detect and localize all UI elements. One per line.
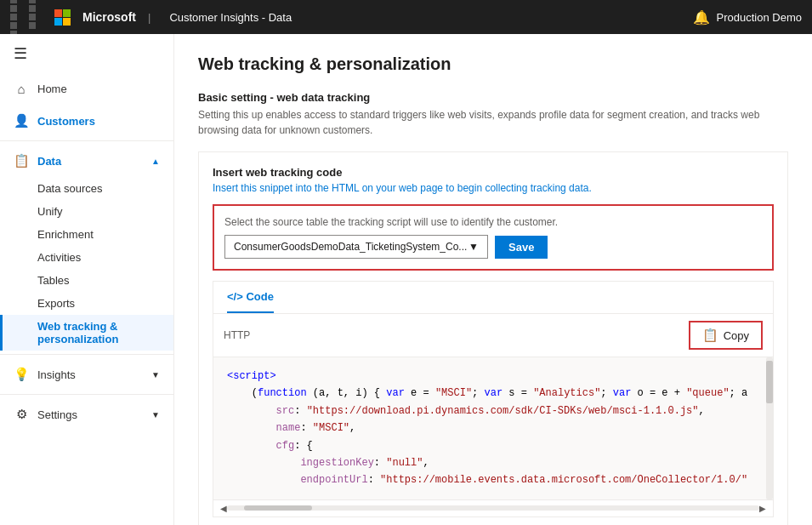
topbar-right: 🔔 Production Demo [693,9,802,26]
main-content: Web tracking & personalization Basic set… [174,34,812,525]
sidebar-insights-label: Insights [37,368,76,381]
sidebar-settings-label: Settings [37,408,77,421]
sidebar-item-data-sources[interactable]: Data sources [0,177,173,200]
sidebar-item-web-tracking[interactable]: Web tracking & personalization [0,315,173,351]
scroll-left-arrow-icon[interactable]: ◀ [220,504,227,513]
settings-icon: ⚙ [14,407,29,422]
sidebar-item-customers[interactable]: 👤 Customers [0,105,173,137]
code-line: name: "MSCI", [227,419,759,437]
http-label: HTTP [224,329,250,341]
save-button[interactable]: Save [495,236,548,259]
hamburger-button[interactable]: ☰ [0,34,173,73]
basic-section-desc: Setting this up enables access to standa… [198,107,788,138]
copy-label: Copy [724,329,749,342]
tracking-box-title: Insert web tracking code [213,166,774,179]
tracking-code-box: Insert web tracking code Insert this sni… [198,151,788,525]
code-body[interactable]: <script> (function (a, t, i) { var e = "… [213,357,773,499]
app-title: Customer Insights - Data [169,11,292,24]
code-line: (function (a, t, i) { var e = "MSCI"; va… [227,385,759,402]
sidebar-customers-label: Customers [37,115,95,128]
tab-code[interactable]: </> Code [227,282,274,313]
insights-icon: 💡 [14,367,29,382]
code-section: </> Code HTTP 📋 Copy <script> (function … [213,281,774,517]
sidebar-item-unify[interactable]: Unify [0,200,173,223]
code-line: cfg: { [227,437,759,454]
dropdown-chevron-icon: ▼ [468,241,479,253]
code-line: ingestionKey: "null", [227,454,759,471]
dropdown-value: ConsumerGoodsDemoData_TicketingSystem_Co… [234,241,467,253]
data-icon: 📋 [14,153,29,168]
scroll-thumb [244,505,312,511]
sidebar-item-tables[interactable]: Tables [0,269,173,292]
code-line: src: "https://download.pi.dynamics.com/s… [227,402,759,419]
code-body-wrapper: <script> (function (a, t, i) { var e = "… [213,357,773,499]
chevron-down-icon: ▲ [151,157,160,166]
scroll-track [227,505,759,511]
scrollbar-thumb [766,361,773,403]
customers-icon: 👤 [14,113,29,128]
scroll-right-arrow-icon[interactable]: ▶ [759,504,766,513]
code-line: <script> [227,368,759,385]
select-label: Select the source table the tracking scr… [224,216,762,228]
chevron-settings-icon: ▼ [151,410,160,419]
sidebar-item-data[interactable]: 📋 Data ▲ [0,145,173,177]
env-label: Production Demo [717,11,802,24]
sidebar-item-exports[interactable]: Exports [0,292,173,315]
select-row: ConsumerGoodsDemoData_TicketingSystem_Co… [224,235,762,259]
vertical-scrollbar[interactable] [766,357,773,499]
horizontal-scrollbar: ◀ ▶ [213,499,773,516]
bell-icon[interactable]: 🔔 [693,9,710,26]
copy-icon: 📋 [702,328,718,343]
basic-section-label: Basic setting - web data tracking [198,91,788,104]
copy-button[interactable]: 📋 Copy [689,321,763,350]
ms-logo [54,9,71,26]
code-line: endpointUrl: "https://mobile.events.data… [227,471,759,488]
source-table-dropdown[interactable]: ConsumerGoodsDemoData_TicketingSystem_Co… [224,235,488,259]
sidebar-item-activities[interactable]: Activities [0,246,173,269]
sidebar-item-home[interactable]: ⌂ Home [0,73,173,105]
sidebar-home-label: Home [37,83,67,95]
source-select-box: Select the source table the tracking scr… [213,204,774,271]
sidebar-item-insights[interactable]: 💡 Insights ▼ [0,358,173,391]
tracking-box-desc: Insert this snippet into the HTML on you… [213,182,774,194]
topbar: Microsoft | Customer Insights - Data 🔔 P… [0,0,812,34]
app-grid-icon[interactable] [10,0,46,37]
brand-label: Microsoft [82,10,136,24]
sidebar-item-settings[interactable]: ⚙ Settings ▼ [0,398,173,431]
chevron-insights-icon: ▼ [151,370,160,379]
sidebar-data-label: Data [37,155,61,168]
sidebar-item-enrichment[interactable]: Enrichment [0,223,173,246]
home-icon: ⌂ [14,82,29,96]
code-header: </> Code [213,282,773,314]
sidebar: ☰ ⌂ Home 👤 Customers 📋 Data ▲ Data sourc… [0,34,174,525]
page-title: Web tracking & personalization [198,54,788,74]
